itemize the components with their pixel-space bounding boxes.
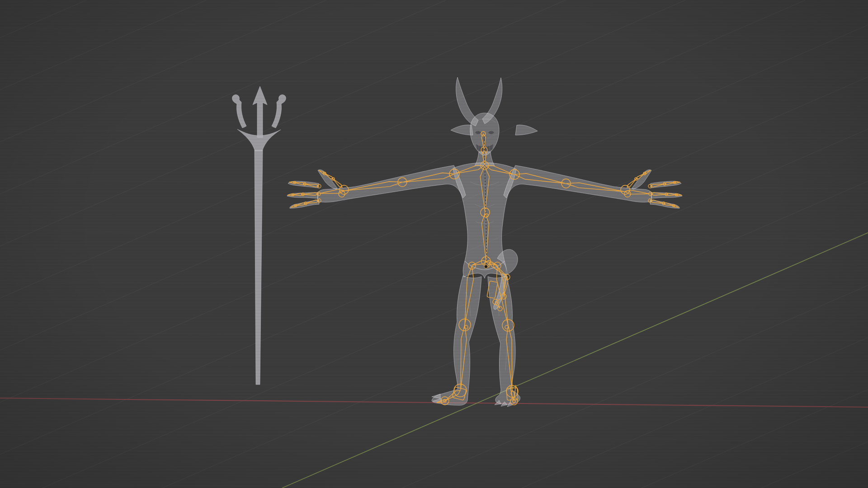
scene-svg[interactable] bbox=[0, 0, 868, 488]
viewport-background bbox=[0, 0, 868, 488]
blender-3d-viewport[interactable] bbox=[0, 0, 868, 488]
armature-root-dot[interactable] bbox=[484, 265, 488, 268]
